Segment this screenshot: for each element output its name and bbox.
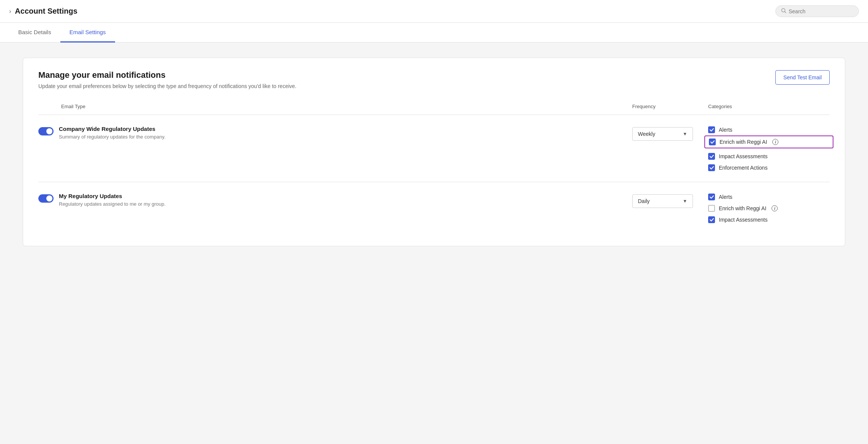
- frequency-value: Weekly: [638, 131, 655, 137]
- email-type-name: Company Wide Regulatory Updates: [59, 126, 166, 132]
- email-type-cell-company-wide: Company Wide Regulatory Updates Summary …: [38, 126, 632, 140]
- list-item: Enrich with Reggi AI i: [709, 139, 829, 145]
- category-label-enrich-ai: Enrich with Reggi AI: [720, 139, 767, 145]
- col-header-frequency: Frequency: [632, 104, 708, 109]
- list-item: Alerts: [708, 126, 830, 133]
- list-item: Enrich with Reggi AI i: [708, 205, 830, 212]
- checkbox-enforcement-actions[interactable]: [708, 164, 715, 171]
- email-type-desc: Summary of regulatory updates for the co…: [59, 134, 166, 140]
- list-item: Enforcement Actions: [708, 164, 830, 171]
- search-box[interactable]: [775, 5, 859, 17]
- frequency-select-my-regulatory[interactable]: Daily ▼: [632, 194, 693, 208]
- frequency-cell-company-wide: Weekly ▼: [632, 126, 708, 141]
- category-label-enforcement-actions: Enforcement Actions: [719, 165, 767, 171]
- categories-cell-my-regulatory: Alerts Enrich with Reggi AI i Impact Ass…: [708, 193, 830, 223]
- table-row: Company Wide Regulatory Updates Summary …: [38, 115, 830, 182]
- category-label-impact-assessments: Impact Assessments: [719, 153, 767, 159]
- chevron-down-icon: ▼: [683, 198, 687, 204]
- email-type-info-my-regulatory: My Regulatory Updates Regulatory updates…: [59, 193, 166, 208]
- tab-basic-details[interactable]: Basic Details: [9, 23, 60, 43]
- page-title: Account Settings: [15, 7, 775, 16]
- send-test-email-button[interactable]: Send Test Email: [775, 70, 830, 85]
- email-type-cell-my-regulatory: My Regulatory Updates Regulatory updates…: [38, 193, 632, 208]
- checkbox-alerts2[interactable]: [708, 194, 715, 200]
- frequency-value: Daily: [638, 198, 650, 204]
- list-item: Impact Assessments: [708, 153, 830, 160]
- checkbox-alerts[interactable]: [708, 126, 715, 133]
- back-chevron-icon[interactable]: ›: [9, 8, 11, 15]
- checkbox-impact-assessments[interactable]: [708, 153, 715, 160]
- card-subtitle: Update your email preferences below by s…: [38, 83, 297, 89]
- highlighted-category-wrapper: Enrich with Reggi AI i: [704, 135, 833, 148]
- search-input[interactable]: [789, 8, 849, 14]
- email-settings-card: Manage your email notifications Update y…: [23, 58, 845, 246]
- svg-line-1: [785, 12, 786, 13]
- search-icon: [781, 8, 786, 14]
- checkbox-enrich-ai2[interactable]: [708, 205, 715, 212]
- main-content: Manage your email notifications Update y…: [0, 43, 868, 441]
- table-row: My Regulatory Updates Regulatory updates…: [38, 182, 830, 234]
- page-header: › Account Settings: [0, 0, 868, 23]
- card-header: Manage your email notifications Update y…: [38, 70, 830, 89]
- category-label-impact-assessments2: Impact Assessments: [719, 217, 767, 223]
- chevron-down-icon: ▼: [683, 131, 687, 137]
- email-type-info-company-wide: Company Wide Regulatory Updates Summary …: [59, 126, 166, 140]
- checkbox-enrich-ai[interactable]: [709, 139, 716, 145]
- email-type-name: My Regulatory Updates: [59, 193, 166, 199]
- categories-cell-company-wide: Alerts Enrich with Reggi AI i: [708, 126, 830, 171]
- card-title: Manage your email notifications: [38, 70, 297, 80]
- info-icon[interactable]: i: [772, 205, 778, 211]
- col-header-categories: Categories: [708, 104, 830, 109]
- frequency-select-company-wide[interactable]: Weekly ▼: [632, 127, 693, 141]
- card-header-text: Manage your email notifications Update y…: [38, 70, 297, 89]
- frequency-cell-my-regulatory: Daily ▼: [632, 193, 708, 208]
- checkbox-impact-assessments2[interactable]: [708, 216, 715, 223]
- tab-email-settings[interactable]: Email Settings: [60, 23, 115, 43]
- table-header: Email Type Frequency Categories: [38, 100, 830, 115]
- info-icon[interactable]: i: [772, 139, 778, 145]
- category-label-alerts2: Alerts: [719, 194, 732, 200]
- tabs-bar: Basic Details Email Settings: [0, 23, 868, 43]
- list-item: Alerts: [708, 194, 830, 200]
- toggle-my-regulatory[interactable]: [38, 194, 54, 203]
- category-label-enrich-ai2: Enrich with Reggi AI: [719, 205, 766, 211]
- col-header-email-type: Email Type: [38, 104, 632, 109]
- email-type-desc: Regulatory updates assigned to me or my …: [59, 201, 166, 208]
- category-label-alerts: Alerts: [719, 127, 732, 133]
- toggle-company-wide[interactable]: [38, 127, 54, 135]
- list-item: Impact Assessments: [708, 216, 830, 223]
